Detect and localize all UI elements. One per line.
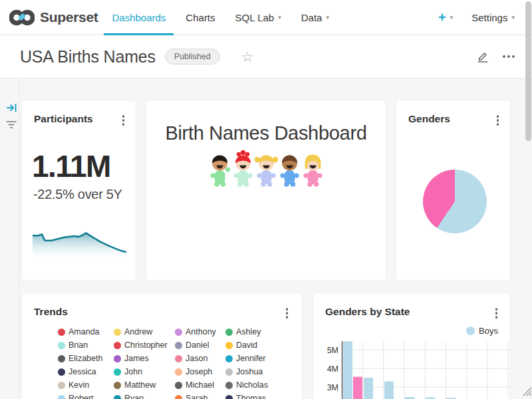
legend-item-ashley[interactable]: Ashley (225, 325, 268, 338)
settings-menu[interactable]: Settings ▾ (471, 12, 515, 23)
nav-item-dashboards[interactable]: Dashboards (102, 0, 176, 35)
plus-icon: + (438, 11, 446, 24)
baby-emoji-row (146, 150, 386, 188)
legend-item-nicholas[interactable]: Nicholas (225, 378, 268, 392)
legend-label: Daniel (186, 340, 209, 350)
pie-chart (423, 170, 487, 233)
legend-item-elizabeth[interactable]: Elizabeth (58, 352, 114, 365)
legend-item-christopher[interactable]: Christopher (114, 338, 175, 352)
trends-legend: AmandaAndrewAnthonyAshleyBrianChristophe… (58, 325, 268, 399)
legend-label: Christopher (124, 340, 168, 350)
big-number-value: 1.11M (32, 151, 110, 182)
legend-dot (58, 342, 65, 349)
legend-dot (114, 382, 121, 389)
legend-dot (114, 395, 121, 399)
kebab-menu-icon[interactable] (283, 306, 292, 321)
legend-dot (175, 342, 182, 349)
legend-dot (175, 355, 182, 362)
legend-dot (225, 342, 233, 349)
legend-item-brian[interactable]: Brian (58, 338, 114, 352)
favorite-star-icon[interactable]: ☆ (241, 50, 254, 64)
legend-dot (175, 395, 182, 399)
chevron-down-icon: ▾ (278, 15, 281, 21)
legend-dot (114, 355, 121, 362)
legend-label: Joshua (236, 367, 263, 376)
legend-item-anthony[interactable]: Anthony (175, 325, 225, 338)
legend-item-ryan[interactable]: Ryan (114, 392, 175, 399)
legend-item-david[interactable]: David (225, 338, 268, 352)
resize-grip-icon[interactable] (521, 385, 532, 399)
card-title: Participants (34, 113, 93, 125)
more-actions-icon[interactable] (501, 53, 516, 61)
header-actions (476, 50, 516, 63)
baby-emoji (208, 150, 231, 188)
legend-label: Jennifer (236, 354, 265, 363)
legend-item-joshua[interactable]: Joshua (225, 365, 268, 378)
kebab-menu-icon[interactable] (493, 113, 503, 128)
legend-item-matthew[interactable]: Matthew (114, 378, 175, 392)
legend-item-andrew[interactable]: Andrew (114, 325, 175, 338)
navbar: Superset DashboardsChartsSQL Lab▾Data▾ +… (0, 0, 532, 35)
filter-icon[interactable] (5, 120, 17, 132)
legend-dot (225, 382, 233, 389)
legend-item-joseph[interactable]: Joseph (175, 365, 225, 378)
legend-label: James (124, 354, 149, 363)
legend-label: Michael (186, 380, 214, 390)
legend-label: Joseph (186, 367, 212, 376)
legend-item-jason[interactable]: Jason (175, 352, 225, 365)
baby-emoji (301, 150, 325, 188)
markdown-heading: Birth Names Dashboard (146, 122, 386, 144)
legend-label: Jessica (68, 367, 96, 376)
legend-label: Amanda (68, 327, 100, 336)
kebab-menu-icon[interactable] (119, 113, 128, 128)
legend-dot (175, 382, 182, 389)
legend-item-jennifer[interactable]: Jennifer (225, 352, 268, 365)
legend-label: Thomas (236, 394, 266, 399)
nav-item-label: Data (301, 12, 323, 23)
brand-name: Superset (40, 9, 98, 25)
nav-item-sql-lab[interactable]: SQL Lab▾ (225, 0, 291, 35)
card-markdown: Birth Names Dashboard (146, 100, 386, 281)
legend-label: Nicholas (236, 380, 268, 390)
new-dropdown-button[interactable]: + ▾ (438, 11, 453, 24)
published-badge[interactable]: Published (165, 49, 220, 65)
svg-text:5M: 5M (327, 346, 338, 355)
legend-item-michael[interactable]: Michael (175, 378, 225, 392)
legend-dot (114, 342, 121, 349)
scrollbar-thumb[interactable] (525, 1, 531, 141)
baby-emoji (278, 150, 301, 188)
legend-item-thomas[interactable]: Thomas (225, 392, 268, 399)
legend-item-kevin[interactable]: Kevin (58, 378, 114, 392)
legend-item-sarah[interactable]: Sarah (175, 392, 225, 399)
legend-item-james[interactable]: James (114, 352, 175, 365)
legend-item-jessica[interactable]: Jessica (58, 365, 114, 378)
kebab-menu-icon[interactable] (492, 306, 501, 321)
nav-item-charts[interactable]: Charts (176, 0, 225, 35)
legend-label: Anthony (186, 327, 216, 336)
legend-item-robert[interactable]: Robert (58, 392, 114, 399)
card-title: Trends (34, 306, 68, 318)
legend-item-daniel[interactable]: Daniel (175, 338, 225, 352)
card-title: Genders (408, 113, 450, 125)
card-participants: Participants 1.11M -22.5% over 5Y (21, 100, 136, 281)
brand[interactable]: Superset (0, 9, 98, 27)
superset-logo-icon (9, 9, 35, 27)
legend-label: Elizabeth (68, 354, 102, 363)
legend-label: Andrew (124, 327, 152, 336)
legend-dot (225, 355, 233, 362)
card-genders-by-state: Genders by State Boys 5M4M3M (313, 293, 511, 399)
edit-icon[interactable] (476, 50, 489, 63)
legend-dot (175, 329, 182, 336)
nav-item-label: Charts (186, 12, 215, 23)
legend-item-john[interactable]: John (114, 365, 175, 378)
legend-label: Robert (68, 394, 94, 399)
baby-emoji (231, 150, 255, 188)
legend-item-amanda[interactable]: Amanda (58, 325, 114, 338)
bar-chart: 5M4M3M (313, 333, 511, 399)
legend-label: Ashley (236, 327, 261, 336)
expand-filter-bar-icon[interactable] (6, 102, 17, 116)
chevron-down-icon: ▾ (450, 15, 454, 21)
nav-item-data[interactable]: Data▾ (291, 0, 339, 35)
card-trends: Trends AmandaAndrewAnthonyAshleyBrianChr… (21, 293, 303, 399)
navbar-right: + ▾ Settings ▾ (438, 11, 532, 24)
